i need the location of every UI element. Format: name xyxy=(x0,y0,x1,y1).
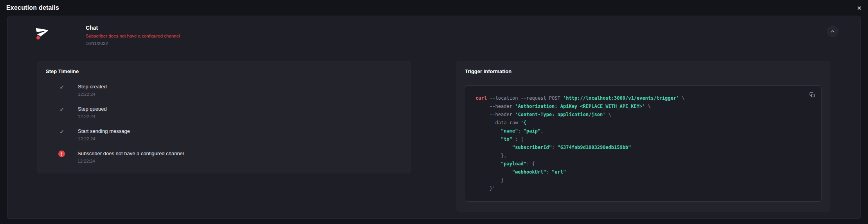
collapse-button[interactable] xyxy=(827,25,839,37)
code-content: curl --location --request POST 'http://l… xyxy=(475,94,798,193)
code-line: "name": "paip", xyxy=(475,127,798,135)
timeline-item-time: 12:22:24 xyxy=(78,136,130,141)
page-title: Execution details xyxy=(6,4,59,11)
code-line: }, xyxy=(475,152,798,160)
timeline-item-label: Subscriber does not have a configured ch… xyxy=(77,151,184,156)
execution-date: 16/11/2022 xyxy=(86,41,180,46)
timeline-item-text: Step queued12:22:24 xyxy=(78,106,107,119)
execution-error-message: Subscriber does not have a configured ch… xyxy=(86,34,180,38)
step-timeline-title: Step Timeline xyxy=(46,68,403,74)
error-indicator-dot xyxy=(36,35,41,40)
timeline-item-text: Step created12:22:24 xyxy=(78,84,107,97)
code-line: "webhookUrl": "url" xyxy=(475,168,798,176)
clipboard-icon xyxy=(809,92,815,98)
timeline-item-time: 12:22:24 xyxy=(77,159,184,163)
code-line: --header 'Authorization: ApiKey <REPLACE… xyxy=(475,102,798,111)
timeline-item-text: Subscriber does not have a configured ch… xyxy=(77,151,184,163)
code-line: "subscriberId": "6374fab9d1003298edb159b… xyxy=(475,143,798,152)
detail-cards: Step Timeline ✓Step created12:22:24✓Step… xyxy=(7,46,861,212)
code-line: curl --location --request POST 'http://l… xyxy=(475,94,798,102)
channel-title: Chat xyxy=(86,25,180,31)
timeline-item-label: Step queued xyxy=(78,106,107,112)
channel-icon-wrap xyxy=(36,25,51,39)
check-icon: ✓ xyxy=(58,128,65,135)
timeline-item-time: 12:22:24 xyxy=(78,114,107,119)
code-line: } xyxy=(475,176,798,185)
error-icon: ! xyxy=(58,151,65,157)
close-icon: ✕ xyxy=(857,5,862,11)
timeline-item: ✓Step queued12:22:24 xyxy=(46,106,403,119)
check-icon: ✓ xyxy=(58,106,65,113)
check-icon: ✓ xyxy=(58,84,65,91)
code-line: --data-raw '{ xyxy=(475,119,798,127)
timeline-item-label: Step created xyxy=(78,84,107,90)
copy-button[interactable] xyxy=(809,92,815,99)
chevron-up-icon xyxy=(830,29,836,34)
code-block: curl --location --request POST 'http://l… xyxy=(465,85,822,202)
execution-info: Chat Subscriber does not have a configur… xyxy=(86,25,180,46)
timeline-item: ✓Start sending message12:22:24 xyxy=(46,128,403,141)
code-line: "to" : { xyxy=(475,135,798,143)
trigger-information-title: Trigger information xyxy=(465,68,822,74)
step-timeline-card: Step Timeline ✓Step created12:22:24✓Step… xyxy=(37,61,411,174)
timeline-item-text: Start sending message12:22:24 xyxy=(78,128,130,141)
timeline-item: ✓Step created12:22:24 xyxy=(46,84,403,97)
timeline-item-time: 12:22:24 xyxy=(78,92,107,97)
close-button[interactable]: ✕ xyxy=(857,5,862,11)
code-line: }' xyxy=(475,185,798,193)
code-line: "payload": { xyxy=(475,160,798,168)
timeline-item: !Subscriber does not have a configured c… xyxy=(46,151,403,163)
trigger-information-card: Trigger information curl --location --re… xyxy=(456,61,830,212)
code-line: --header 'Content-Type: application/json… xyxy=(475,111,798,119)
timeline-list: ✓Step created12:22:24✓Step queued12:22:2… xyxy=(46,84,403,163)
execution-panel: Chat Subscriber does not have a configur… xyxy=(7,16,861,219)
timeline-item-label: Start sending message xyxy=(78,128,130,134)
execution-header: Chat Subscriber does not have a configur… xyxy=(7,16,861,46)
modal-header: Execution details ✕ xyxy=(0,0,868,16)
